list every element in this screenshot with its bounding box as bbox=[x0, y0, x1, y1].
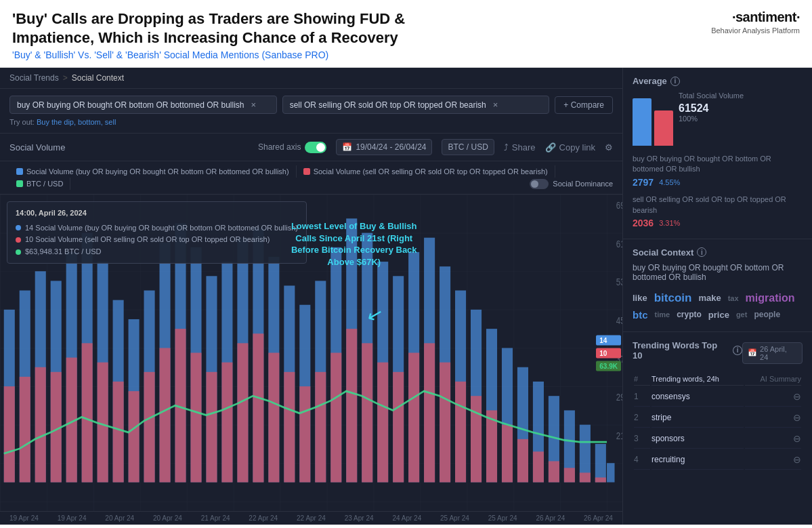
avg-buy-value: 2797 bbox=[633, 176, 654, 190]
social-context-info-icon[interactable]: i bbox=[697, 247, 706, 257]
x-label-10: 25 Apr 24 bbox=[488, 514, 517, 522]
svg-text:53: 53 bbox=[616, 277, 622, 287]
col-ai: AI Summary bbox=[745, 373, 801, 386]
svg-text:61: 61 bbox=[616, 239, 622, 249]
svg-rect-55 bbox=[206, 372, 217, 483]
social-context-section: Social Context i buy OR buying OR bought… bbox=[623, 239, 812, 332]
svg-rect-79 bbox=[580, 472, 591, 482]
svg-rect-50 bbox=[129, 391, 140, 482]
wc-crypto[interactable]: crypto bbox=[677, 310, 702, 319]
table-row: 1 consensys ⊖ bbox=[634, 387, 801, 407]
average-info: Total Social Volume 61524 100% bbox=[679, 92, 803, 146]
svg-rect-78 bbox=[564, 468, 575, 482]
avg-sell-pct: 3.31% bbox=[659, 218, 680, 228]
social-context-title: Social Context i bbox=[633, 247, 803, 258]
avg-buy-label: buy OR buying OR bought OR bottom OR bot… bbox=[633, 154, 803, 175]
svg-rect-71 bbox=[455, 382, 466, 483]
search-pill-2-close[interactable]: × bbox=[493, 100, 498, 110]
table-row: 2 stripe ⊖ bbox=[634, 408, 801, 428]
x-label-4: 21 Apr 24 bbox=[201, 514, 230, 522]
svg-rect-40 bbox=[595, 444, 606, 483]
shared-axis-label: Shared axis bbox=[258, 142, 301, 152]
trending-date[interactable]: 📅 26 April, 24 bbox=[742, 342, 803, 364]
link-icon: 🔗 bbox=[545, 142, 556, 153]
avg-total-value: 61524 bbox=[679, 102, 803, 115]
svg-rect-67 bbox=[393, 372, 404, 483]
search-pill-1-close[interactable]: × bbox=[251, 100, 257, 110]
wc-price[interactable]: price bbox=[708, 310, 729, 320]
wc-get[interactable]: get bbox=[736, 310, 748, 319]
table-row: 4 recruiting ⊖ bbox=[634, 450, 801, 470]
wc-like[interactable]: like bbox=[633, 293, 647, 303]
trending-info-icon[interactable]: i bbox=[733, 346, 742, 355]
tooltip-btc-text: $63,948.31 BTC / USD bbox=[25, 246, 102, 258]
svg-rect-41 bbox=[607, 463, 614, 482]
svg-rect-56 bbox=[221, 363, 232, 483]
shared-axis-control: Shared axis bbox=[258, 142, 326, 153]
settings-button[interactable]: ⚙ bbox=[605, 142, 613, 153]
badge-sell: 10 bbox=[596, 348, 621, 358]
svg-text:69: 69 bbox=[616, 200, 622, 211]
trending-header: Trending Words Top 10 i 📅 26 April, 24 bbox=[633, 340, 803, 366]
chart-area: 14:00, April 26, 2024 14 Social Volume (… bbox=[0, 195, 622, 511]
wc-tax[interactable]: tax bbox=[728, 294, 739, 302]
search-pill-2[interactable]: sell OR selling OR sold OR top OR topped… bbox=[282, 96, 550, 114]
word-3[interactable]: sponsors bbox=[651, 429, 744, 449]
wc-people[interactable]: people bbox=[754, 310, 780, 319]
share-icon: ⤴ bbox=[504, 142, 509, 153]
brand-logo: ·santiment· bbox=[691, 9, 800, 25]
date-range-text: 19/04/24 - 26/04/24 bbox=[356, 142, 426, 152]
svg-rect-68 bbox=[408, 353, 419, 483]
trending-section: Trending Words Top 10 i 📅 26 April, 24 #… bbox=[623, 332, 812, 525]
svg-rect-62 bbox=[315, 372, 326, 483]
search-pill-1[interactable]: buy OR buying OR bought OR bottom OR bot… bbox=[9, 96, 277, 114]
badge-buy: 14 bbox=[596, 335, 621, 345]
social-dominance-label: Social Dominance bbox=[553, 180, 613, 188]
average-info-icon[interactable]: i bbox=[670, 77, 680, 86]
svg-rect-43 bbox=[20, 377, 30, 483]
chart-tooltip: 14:00, April 26, 2024 14 Social Volume (… bbox=[7, 201, 307, 264]
social-context-title-block: Social Context i buy OR buying OR bought… bbox=[633, 247, 803, 282]
wc-make[interactable]: make bbox=[698, 293, 721, 303]
wc-migration[interactable]: migration bbox=[746, 292, 795, 304]
word-4[interactable]: recruiting bbox=[651, 450, 744, 470]
currency-selector[interactable]: BTC / USD bbox=[442, 139, 494, 155]
date-range-picker[interactable]: 📅 19/04/24 - 26/04/24 bbox=[336, 139, 432, 155]
header-left: 'Buy' Calls are Dropping as Traders are … bbox=[12, 9, 486, 60]
ai-1: ⊖ bbox=[745, 387, 801, 407]
social-dominance-toggle[interactable]: Social Dominance bbox=[530, 179, 613, 189]
breadcrumb-parent[interactable]: Social Trends bbox=[9, 73, 59, 83]
svg-rect-63 bbox=[330, 353, 341, 483]
average-chart: Total Social Volume 61524 100% bbox=[633, 92, 803, 146]
col-rank: # bbox=[634, 373, 650, 386]
shared-axis-toggle[interactable] bbox=[305, 142, 326, 153]
social-context-header: Social Context i buy OR buying OR bought… bbox=[633, 247, 803, 282]
svg-rect-66 bbox=[377, 363, 388, 483]
svg-rect-76 bbox=[533, 451, 544, 482]
try-out-links[interactable]: Buy the dip, bottom, sell bbox=[37, 118, 116, 126]
minus-icon-4: ⊖ bbox=[793, 454, 801, 465]
tooltip-buy-text: 14 Social Volume (buy OR buying OR bough… bbox=[25, 222, 298, 235]
rank-1: 1 bbox=[634, 387, 650, 407]
avg-total-label: Total Social Volume bbox=[679, 92, 803, 100]
search-row: buy OR buying OR bought OR bottom OR bot… bbox=[9, 96, 613, 114]
trending-table: # Trending words, 24h AI Summary 1 conse… bbox=[633, 371, 803, 471]
brand-tagline: Behavior Analysis Platform bbox=[691, 26, 800, 35]
word-1[interactable]: consensys bbox=[651, 387, 744, 407]
rank-4: 4 bbox=[634, 450, 650, 470]
avg-bar-buy bbox=[633, 98, 651, 146]
word-2[interactable]: stripe bbox=[651, 408, 744, 428]
copy-link-button[interactable]: 🔗 Copy link bbox=[545, 142, 595, 153]
wc-bitcoin[interactable]: bitcoin bbox=[654, 291, 692, 305]
svg-rect-47 bbox=[82, 343, 93, 482]
rank-2: 2 bbox=[634, 408, 650, 428]
right-panel: Average i Total Social Volume 61524 100%… bbox=[622, 68, 812, 525]
wc-time[interactable]: time bbox=[655, 310, 670, 319]
page-subtitle: 'Buy' & 'Bullish' Vs. 'Sell' & 'Bearish'… bbox=[12, 49, 486, 60]
wc-btc[interactable]: btc bbox=[633, 309, 648, 321]
svg-rect-44 bbox=[35, 367, 46, 483]
minus-icon-1: ⊖ bbox=[793, 391, 801, 402]
avg-total-pct: 100% bbox=[679, 115, 803, 123]
compare-button[interactable]: + Compare bbox=[555, 96, 613, 114]
share-button[interactable]: ⤴ Share bbox=[504, 142, 536, 153]
